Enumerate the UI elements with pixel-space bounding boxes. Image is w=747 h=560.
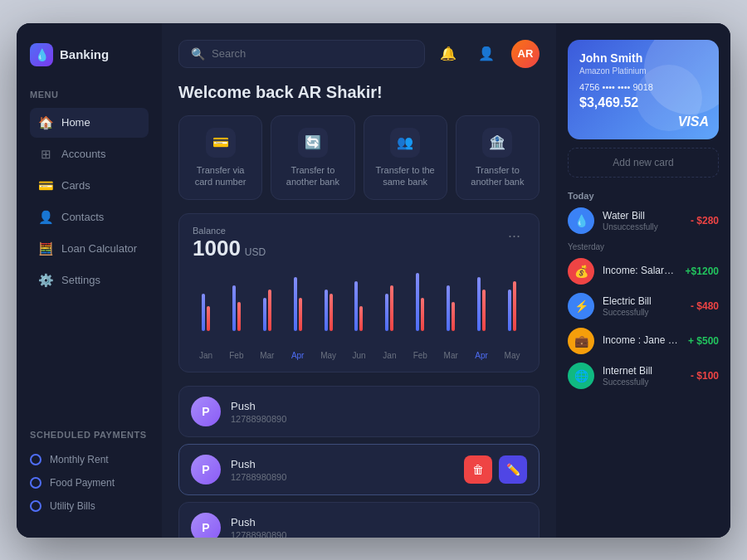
card-number: 4756 •••• •••• 9018 <box>579 82 707 92</box>
scheduled-item-food[interactable]: Food Payment <box>30 471 149 494</box>
sidebar-item-label: Home <box>61 116 90 129</box>
chart-month-label: Feb <box>223 351 250 360</box>
trans-name: Income: Salary Oct <box>603 265 677 276</box>
bar-blue <box>325 290 328 331</box>
chart-month-label: Jun <box>346 351 373 360</box>
menu-label: Menu <box>30 90 149 100</box>
bar-blue <box>354 281 358 331</box>
add-card-button[interactable]: Add new card <box>568 148 719 178</box>
water-bill-icon: 💧 <box>568 207 594 234</box>
bar-red <box>513 281 516 331</box>
trans-amount: + $500 <box>688 335 719 347</box>
sidebar-item-accounts[interactable]: ⊞ Accounts <box>30 139 149 169</box>
right-panel: John Smith Amazon Platinium 4756 •••• ••… <box>556 23 730 538</box>
bar-red <box>421 298 424 331</box>
payment-item-0[interactable]: P Push 12788980890 <box>178 386 540 437</box>
top-bar: 🔍 Search 🔔 👤 AR <box>178 40 540 68</box>
bar-container <box>294 273 302 331</box>
action-card-transfer-card[interactable]: 💳 Transfer via card number <box>178 115 262 201</box>
payment-number: 12788980890 <box>231 414 527 424</box>
payment-name: Push <box>231 458 454 470</box>
action-label: Transfer to the same bank <box>374 164 437 188</box>
internet-icon: 🌐 <box>568 363 594 389</box>
card-number-prefix: 4756 <box>579 82 599 92</box>
payment-info: Push 12788980890 <box>231 400 527 424</box>
balance-amount-row: 1000 USD <box>193 236 266 261</box>
trans-status: Successfully <box>603 377 682 387</box>
action-card-transfer-bank[interactable]: 🔄 Transfer to another bank <box>271 115 354 201</box>
bar-blue <box>202 294 205 331</box>
settings-icon: ⚙️ <box>38 273 53 288</box>
scheduled-section: Scheduled Payments Monthly Rent Food Pay… <box>30 430 149 518</box>
scheduled-item-utility[interactable]: Utility Bills <box>30 494 149 518</box>
delete-button[interactable]: 🗑 <box>464 455 492 484</box>
sidebar-item-home[interactable]: 🏠 Home <box>30 108 149 138</box>
payment-number: 12788980890 <box>231 472 454 482</box>
chart-bar-group <box>285 273 311 331</box>
payment-item-1[interactable]: P Push 12788980890 🗑 ✏️ <box>178 444 540 495</box>
payment-name: Push <box>231 400 527 412</box>
chart-bar-group <box>407 273 433 331</box>
logo-area: 💧 Banking <box>30 43 149 66</box>
user-button[interactable]: 👤 <box>473 41 500 67</box>
sched-item-label: Food Payment <box>50 477 115 489</box>
bar-blue <box>508 290 511 331</box>
sidebar-item-settings[interactable]: ⚙️ Settings <box>30 265 149 295</box>
more-options-button[interactable]: ··· <box>503 226 525 246</box>
search-bar[interactable]: 🔍 Search <box>178 40 425 68</box>
sidebar-item-contacts[interactable]: 👤 Contacts <box>30 202 149 232</box>
electric-icon: ⚡ <box>568 293 594 319</box>
sidebar: 💧 Banking Menu 🏠 Home ⊞ Accounts 💳 Cards… <box>17 23 162 538</box>
trans-item-jane: 💼 Income : Jane transfers + $500 <box>568 328 719 354</box>
trans-amount: - $100 <box>691 370 719 382</box>
sched-dot <box>30 454 42 465</box>
sidebar-item-loan[interactable]: 🧮 Loan Calculator <box>30 234 149 264</box>
payment-avatar: P <box>191 455 221 485</box>
transactions-section: Today 💧 Water Bill Unsuccessfully - $280… <box>568 191 719 397</box>
notification-button[interactable]: 🔔 <box>435 41 461 67</box>
payment-avatar: P <box>191 397 221 426</box>
avatar[interactable]: AR <box>511 40 540 68</box>
trans-info: Internet Bill Successfully <box>603 365 682 387</box>
bar-red <box>299 298 302 331</box>
jane-icon: 💼 <box>568 328 594 354</box>
search-input[interactable]: Search <box>212 47 246 60</box>
bar-container <box>447 273 455 331</box>
cards-icon: 💳 <box>38 178 53 193</box>
action-card-transfer-same[interactable]: 👥 Transfer to the same bank <box>364 115 447 201</box>
chart-bar-group <box>254 273 281 331</box>
card-type: Amazon Platinium <box>579 66 707 75</box>
chart-bar-group <box>437 273 464 331</box>
scheduled-item-rent[interactable]: Monthly Rent <box>30 448 149 471</box>
action-card-transfer-another[interactable]: 🏦 Transfer to another bank <box>456 115 540 201</box>
bar-red <box>390 285 393 331</box>
payment-item-2[interactable]: P Push 12788980890 <box>178 502 540 537</box>
chart-area <box>193 273 525 348</box>
trans-amount: - $480 <box>691 300 719 312</box>
bar-red <box>237 302 241 331</box>
chart-bar-group <box>376 273 403 331</box>
sidebar-item-cards[interactable]: 💳 Cards <box>30 171 149 201</box>
bar-blue <box>232 285 236 331</box>
search-icon: 🔍 <box>191 47 205 61</box>
card-number-dots: •••• •••• <box>603 82 633 92</box>
transfer-same-icon: 👥 <box>390 128 420 158</box>
sched-dot <box>30 500 42 512</box>
bar-container <box>508 273 516 331</box>
chart-month-label: Mar <box>437 351 464 360</box>
top-icons: 🔔 👤 AR <box>435 40 540 68</box>
edit-button[interactable]: ✏️ <box>499 455 527 484</box>
bar-blue <box>385 294 388 331</box>
bar-container <box>385 273 393 331</box>
trans-item-internet: 🌐 Internet Bill Successfully - $100 <box>568 363 719 389</box>
trans-item-salary: 💰 Income: Salary Oct +$1200 <box>568 258 719 285</box>
bar-red <box>268 290 271 331</box>
main-content: 🔍 Search 🔔 👤 AR Welcome back AR Shakir! … <box>162 23 556 538</box>
payments-list: P Push 12788980890 P Push 12788980890 🗑 … <box>178 386 540 537</box>
bar-red <box>207 306 210 331</box>
payment-info: Push 12788980890 <box>231 516 527 538</box>
welcome-heading: Welcome back AR Shakir! <box>178 83 540 102</box>
logo-text: Banking <box>60 47 109 61</box>
bar-container <box>477 273 486 331</box>
trans-item-water: 💧 Water Bill Unsuccessfully - $280 <box>568 207 719 234</box>
